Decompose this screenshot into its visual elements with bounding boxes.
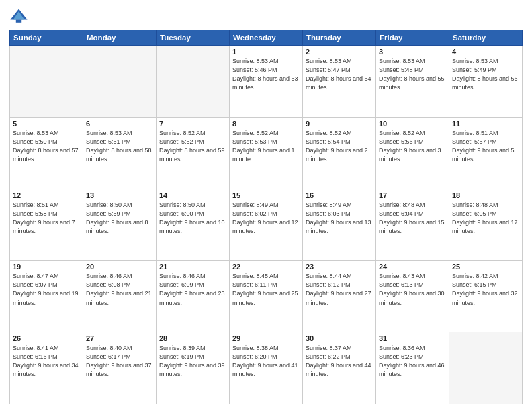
calendar-day-cell: 12Sunrise: 8:51 AMSunset: 5:58 PMDayligh… <box>10 189 83 261</box>
day-number: 3 <box>379 48 446 56</box>
calendar-day-cell: 31Sunrise: 8:36 AMSunset: 6:23 PMDayligh… <box>376 332 449 404</box>
calendar-day-cell: 27Sunrise: 8:40 AMSunset: 6:17 PMDayligh… <box>83 332 157 404</box>
day-number: 22 <box>232 263 300 271</box>
day-number: 2 <box>306 48 373 56</box>
day-info: Sunrise: 8:51 AMSunset: 5:57 PMDaylight:… <box>452 129 519 164</box>
day-number: 28 <box>159 334 226 342</box>
weekday-header: Saturday <box>449 30 523 46</box>
day-number: 5 <box>13 120 80 128</box>
day-info: Sunrise: 8:45 AMSunset: 6:11 PMDaylight:… <box>232 272 300 307</box>
calendar-day-cell: 17Sunrise: 8:48 AMSunset: 6:04 PMDayligh… <box>376 189 449 261</box>
svg-rect-2 <box>16 20 21 23</box>
weekday-header: Wednesday <box>230 30 303 46</box>
calendar-day-cell: 9Sunrise: 8:52 AMSunset: 5:54 PMDaylight… <box>303 117 376 189</box>
day-info: Sunrise: 8:48 AMSunset: 6:04 PMDaylight:… <box>379 201 446 236</box>
day-info: Sunrise: 8:46 AMSunset: 6:08 PMDaylight:… <box>86 272 153 307</box>
calendar-header: SundayMondayTuesdayWednesdayThursdayFrid… <box>10 30 523 46</box>
calendar-day-cell: 7Sunrise: 8:52 AMSunset: 5:52 PMDaylight… <box>157 117 230 189</box>
calendar-week-row: 12Sunrise: 8:51 AMSunset: 5:58 PMDayligh… <box>10 189 523 261</box>
weekday-header: Thursday <box>303 30 376 46</box>
calendar-day-cell: 18Sunrise: 8:48 AMSunset: 6:05 PMDayligh… <box>449 189 523 261</box>
day-number: 30 <box>306 334 373 342</box>
calendar-table: SundayMondayTuesdayWednesdayThursdayFrid… <box>9 30 523 404</box>
day-info: Sunrise: 8:53 AMSunset: 5:51 PMDaylight:… <box>86 129 153 164</box>
day-number: 31 <box>379 334 446 342</box>
calendar-day-cell: 16Sunrise: 8:49 AMSunset: 6:03 PMDayligh… <box>303 189 376 261</box>
weekday-row: SundayMondayTuesdayWednesdayThursdayFrid… <box>10 30 523 46</box>
calendar-week-row: 26Sunrise: 8:41 AMSunset: 6:16 PMDayligh… <box>10 332 523 404</box>
calendar-day-cell: 13Sunrise: 8:50 AMSunset: 5:59 PMDayligh… <box>83 189 157 261</box>
weekday-header: Sunday <box>10 30 83 46</box>
day-number: 26 <box>13 334 80 342</box>
calendar-day-cell: 10Sunrise: 8:52 AMSunset: 5:56 PMDayligh… <box>376 117 449 189</box>
day-info: Sunrise: 8:53 AMSunset: 5:47 PMDaylight:… <box>306 57 373 92</box>
weekday-header: Friday <box>376 30 449 46</box>
day-number: 12 <box>13 191 80 199</box>
day-info: Sunrise: 8:38 AMSunset: 6:20 PMDaylight:… <box>232 344 300 379</box>
day-info: Sunrise: 8:47 AMSunset: 6:07 PMDaylight:… <box>13 272 80 307</box>
calendar-day-cell <box>449 332 523 404</box>
page: SundayMondayTuesdayWednesdayThursdayFrid… <box>0 0 532 411</box>
day-info: Sunrise: 8:53 AMSunset: 5:49 PMDaylight:… <box>452 57 519 92</box>
day-info: Sunrise: 8:46 AMSunset: 6:09 PMDaylight:… <box>159 272 226 307</box>
day-number: 19 <box>13 263 80 271</box>
calendar-week-row: 5Sunrise: 8:53 AMSunset: 5:50 PMDaylight… <box>10 117 523 189</box>
day-info: Sunrise: 8:53 AMSunset: 5:50 PMDaylight:… <box>13 129 80 164</box>
day-number: 17 <box>379 191 446 199</box>
day-info: Sunrise: 8:52 AMSunset: 5:52 PMDaylight:… <box>159 129 226 164</box>
day-info: Sunrise: 8:48 AMSunset: 6:05 PMDaylight:… <box>452 201 519 236</box>
calendar-day-cell: 11Sunrise: 8:51 AMSunset: 5:57 PMDayligh… <box>449 117 523 189</box>
day-number: 9 <box>306 120 373 128</box>
day-info: Sunrise: 8:36 AMSunset: 6:23 PMDaylight:… <box>379 344 446 379</box>
calendar-day-cell: 26Sunrise: 8:41 AMSunset: 6:16 PMDayligh… <box>10 332 83 404</box>
day-number: 18 <box>452 191 519 199</box>
day-number: 24 <box>379 263 446 271</box>
day-info: Sunrise: 8:39 AMSunset: 6:19 PMDaylight:… <box>159 344 226 379</box>
day-info: Sunrise: 8:42 AMSunset: 6:15 PMDaylight:… <box>452 272 519 307</box>
calendar-day-cell <box>157 46 230 118</box>
day-number: 15 <box>232 191 300 199</box>
day-info: Sunrise: 8:44 AMSunset: 6:12 PMDaylight:… <box>306 272 373 307</box>
calendar-day-cell: 15Sunrise: 8:49 AMSunset: 6:02 PMDayligh… <box>230 189 303 261</box>
day-number: 13 <box>86 191 153 199</box>
day-info: Sunrise: 8:53 AMSunset: 5:46 PMDaylight:… <box>232 57 300 92</box>
calendar-day-cell: 25Sunrise: 8:42 AMSunset: 6:15 PMDayligh… <box>449 261 523 332</box>
calendar-day-cell: 5Sunrise: 8:53 AMSunset: 5:50 PMDaylight… <box>10 117 83 189</box>
calendar-day-cell: 1Sunrise: 8:53 AMSunset: 5:46 PMDaylight… <box>230 46 303 118</box>
day-number: 1 <box>232 48 300 56</box>
day-number: 16 <box>306 191 373 199</box>
calendar-day-cell: 23Sunrise: 8:44 AMSunset: 6:12 PMDayligh… <box>303 261 376 332</box>
day-info: Sunrise: 8:52 AMSunset: 5:53 PMDaylight:… <box>232 129 300 164</box>
day-info: Sunrise: 8:50 AMSunset: 6:00 PMDaylight:… <box>159 201 226 236</box>
day-number: 11 <box>452 120 519 128</box>
calendar-week-row: 19Sunrise: 8:47 AMSunset: 6:07 PMDayligh… <box>10 261 523 332</box>
calendar-week-row: 1Sunrise: 8:53 AMSunset: 5:46 PMDaylight… <box>10 46 523 118</box>
calendar-day-cell: 6Sunrise: 8:53 AMSunset: 5:51 PMDaylight… <box>83 117 157 189</box>
day-info: Sunrise: 8:51 AMSunset: 5:58 PMDaylight:… <box>13 201 80 236</box>
day-info: Sunrise: 8:52 AMSunset: 5:54 PMDaylight:… <box>306 129 373 164</box>
day-info: Sunrise: 8:43 AMSunset: 6:13 PMDaylight:… <box>379 272 446 307</box>
calendar-day-cell: 8Sunrise: 8:52 AMSunset: 5:53 PMDaylight… <box>230 117 303 189</box>
calendar-day-cell: 30Sunrise: 8:37 AMSunset: 6:22 PMDayligh… <box>303 332 376 404</box>
calendar-day-cell: 20Sunrise: 8:46 AMSunset: 6:08 PMDayligh… <box>83 261 157 332</box>
calendar-day-cell: 3Sunrise: 8:53 AMSunset: 5:48 PMDaylight… <box>376 46 449 118</box>
day-info: Sunrise: 8:49 AMSunset: 6:03 PMDaylight:… <box>306 201 373 236</box>
calendar-day-cell: 24Sunrise: 8:43 AMSunset: 6:13 PMDayligh… <box>376 261 449 332</box>
day-info: Sunrise: 8:49 AMSunset: 6:02 PMDaylight:… <box>232 201 300 236</box>
day-number: 6 <box>86 120 153 128</box>
day-number: 14 <box>159 191 226 199</box>
logo-icon <box>9 7 28 26</box>
day-number: 29 <box>232 334 300 342</box>
day-number: 25 <box>452 263 519 271</box>
calendar-day-cell: 4Sunrise: 8:53 AMSunset: 5:49 PMDaylight… <box>449 46 523 118</box>
calendar-body: 1Sunrise: 8:53 AMSunset: 5:46 PMDaylight… <box>10 46 523 404</box>
calendar-day-cell: 14Sunrise: 8:50 AMSunset: 6:00 PMDayligh… <box>157 189 230 261</box>
day-number: 21 <box>159 263 226 271</box>
weekday-header: Tuesday <box>157 30 230 46</box>
calendar-day-cell <box>10 46 83 118</box>
day-info: Sunrise: 8:50 AMSunset: 5:59 PMDaylight:… <box>86 201 153 236</box>
calendar-day-cell <box>83 46 157 118</box>
weekday-header: Monday <box>83 30 157 46</box>
day-number: 23 <box>306 263 373 271</box>
day-info: Sunrise: 8:37 AMSunset: 6:22 PMDaylight:… <box>306 344 373 379</box>
